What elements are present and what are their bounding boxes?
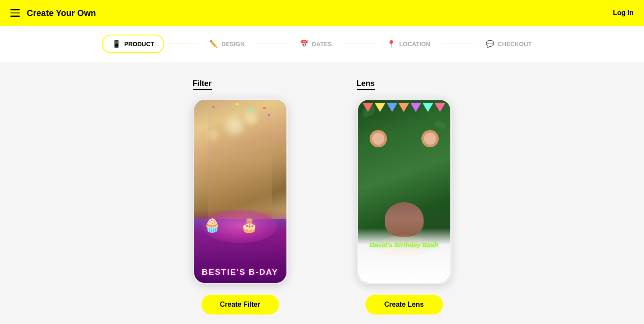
login-button[interactable]: Log In <box>613 9 634 17</box>
app-title: Create Your Own <box>27 8 96 18</box>
main-content: Filter <box>0 62 644 324</box>
create-lens-button[interactable]: Create Lens <box>365 295 443 314</box>
bear-ear-left <box>370 130 387 147</box>
filter-card-inner: 🧁 🎂 BESTIE'S B-DAY <box>194 100 286 283</box>
flag-6 <box>423 103 433 112</box>
product-icon: 📱 <box>112 40 121 48</box>
connector-4 <box>441 44 475 44</box>
step-product[interactable]: 📱 PRODUCT <box>102 35 164 53</box>
lens-phone-card: David's Birthday Bash <box>357 98 452 284</box>
connector-1 <box>164 44 199 44</box>
leaf-2 <box>434 120 446 130</box>
sticker-left: 🧁 <box>204 217 221 233</box>
step-container-product: 📱 PRODUCT <box>102 35 164 53</box>
dates-icon: 📅 <box>300 40 308 48</box>
bear-ear-right <box>421 130 439 147</box>
flag-1 <box>363 103 373 112</box>
face-area <box>385 202 424 237</box>
step-design-label: DESIGN <box>221 41 245 48</box>
flag-7 <box>435 103 445 112</box>
sticker-row: 🧁 🎂 <box>194 217 268 233</box>
bear-ears-container <box>370 130 439 147</box>
flag-4 <box>399 103 409 112</box>
filter-section: Filter <box>193 79 288 314</box>
filter-card-title: BESTIE'S B-DAY <box>194 267 286 277</box>
header: Create Your Own Log In <box>0 0 644 26</box>
header-left: Create Your Own <box>10 8 96 18</box>
step-checkout-label: CHECKOUT <box>498 41 532 48</box>
bear-ear-right-inner <box>424 133 436 145</box>
lens-label: Lens <box>357 79 375 90</box>
step-container-location: 📍 LOCATION <box>377 35 440 53</box>
step-dates[interactable]: 📅 DATES <box>289 35 342 53</box>
filter-photo-bg <box>194 100 286 219</box>
design-icon: ✏️ <box>209 40 218 48</box>
create-filter-button[interactable]: Create Filter <box>201 295 279 314</box>
step-location-label: LOCATION <box>399 41 430 48</box>
step-container-design: ✏️ DESIGN <box>199 35 255 53</box>
filter-phone-card: 🧁 🎂 BESTIE'S B-DAY <box>193 98 288 284</box>
step-container-checkout: 💬 CHECKOUT <box>475 35 542 53</box>
checkout-icon: 💬 <box>486 40 494 48</box>
connector-2 <box>255 44 289 44</box>
face-overlay <box>208 100 273 219</box>
step-container-dates: 📅 DATES <box>289 35 342 53</box>
filter-gradient-overlay: 🧁 🎂 BESTIE'S B-DAY <box>194 210 286 283</box>
lens-card-inner: David's Birthday Bash <box>358 100 450 283</box>
step-dates-label: DATES <box>312 41 332 48</box>
steps-navigation: 📱 PRODUCT ✏️ DESIGN 📅 DATES 📍 LOCATION 💬… <box>0 26 644 62</box>
bear-ear-left-inner <box>372 133 384 145</box>
flag-3 <box>387 103 397 112</box>
sticker-right: 🎂 <box>241 217 258 233</box>
flag-2 <box>375 103 385 112</box>
step-location[interactable]: 📍 LOCATION <box>377 35 440 53</box>
lens-spotlight <box>378 235 430 257</box>
step-design[interactable]: ✏️ DESIGN <box>199 35 255 53</box>
location-icon: 📍 <box>387 40 396 48</box>
filter-label: Filter <box>193 79 212 90</box>
party-flags <box>362 103 446 112</box>
lens-section: Lens <box>357 79 452 314</box>
step-checkout[interactable]: 💬 CHECKOUT <box>475 35 542 53</box>
connector-3 <box>342 44 377 44</box>
hamburger-menu[interactable] <box>10 9 20 17</box>
page-wrapper: Filter <box>0 62 644 324</box>
flag-5 <box>411 103 421 112</box>
step-product-label: PRODUCT <box>124 41 154 48</box>
